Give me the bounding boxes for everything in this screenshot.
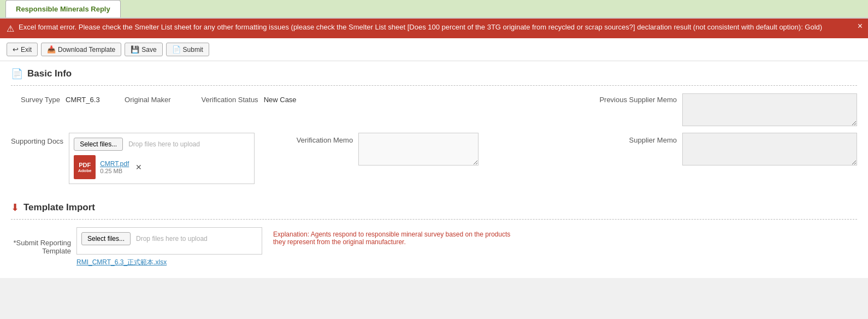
upload-area-inner: Select files... Drop files here to uploa…	[74, 138, 250, 151]
supplier-memo-label: Supplier Memo	[606, 133, 677, 144]
verification-memo-field: Verification Memo	[282, 133, 479, 166]
toolbar: ↩ Exit 📥 Download Template 💾 Save 📄 Subm…	[0, 38, 868, 61]
supporting-docs-upload-area: Select files... Drop files here to uploa…	[69, 133, 255, 184]
basic-info-header: 📄 Basic Info	[11, 68, 857, 82]
submit-button[interactable]: 📄 Submit	[166, 43, 209, 56]
save-label: Save	[141, 46, 156, 54]
download-template-button[interactable]: 📥 Download Template	[41, 43, 121, 56]
exit-button[interactable]: ↩ Exit	[7, 43, 38, 56]
previous-supplier-memo-label: Previous Supplier Memo	[599, 93, 677, 104]
close-error-button[interactable]: ×	[858, 22, 863, 31]
verification-memo-textarea[interactable]	[358, 133, 479, 166]
supplier-memo-textarea[interactable]	[682, 133, 857, 166]
verification-status-label: Verification Status	[187, 93, 258, 104]
template-explanation: Explanation: Agents respond to responsib…	[273, 231, 524, 246]
submit-reporting-label: *Submit Reporting Template	[11, 227, 71, 255]
original-maker-label: Original Maker	[116, 93, 171, 104]
supporting-docs-field: Supporting Docs Select files... Drop fil…	[11, 133, 255, 184]
template-import-header: ⬇ Template Import	[11, 202, 857, 216]
previous-supplier-memo-textarea[interactable]	[682, 93, 857, 126]
template-import-divider	[11, 219, 857, 220]
save-icon: 💾	[131, 45, 139, 54]
tab-bar: Responsible Minerals Reply	[0, 0, 868, 19]
warning-icon: ⚠	[7, 23, 14, 34]
verification-memo-label: Verification Memo	[282, 133, 353, 144]
pdf-icon: PDF Adobe	[74, 155, 96, 179]
drop-hint: Drop files here to upload	[128, 140, 200, 148]
submit-icon: 📄	[172, 45, 181, 54]
template-file-link[interactable]: RMI_CMRT_6.3_正式範本.xlsx	[76, 258, 262, 267]
tab-responsible-minerals-reply[interactable]: Responsible Minerals Reply	[5, 0, 121, 17]
file-info: CMRT.pdf 0.25 MB	[100, 160, 129, 174]
original-maker-field: Original Maker	[116, 93, 171, 104]
tab-label: Responsible Minerals Reply	[16, 5, 110, 13]
basic-info-title: Basic Info	[27, 68, 72, 79]
basic-info-row-2: Supporting Docs Select files... Drop fil…	[11, 133, 857, 184]
template-select-files-label: Select files...	[87, 235, 125, 243]
submit-reporting-upload: Select files... Drop files here to uploa…	[76, 227, 262, 267]
supporting-docs-label: Supporting Docs	[11, 133, 63, 145]
save-button[interactable]: 💾 Save	[125, 43, 162, 56]
download-label: Download Template	[58, 46, 115, 54]
basic-info-divider	[11, 85, 857, 86]
basic-info-icon: 📄	[11, 68, 23, 80]
basic-info-section: 📄 Basic Info Survey Type CMRT_6.3 Origin…	[0, 61, 868, 197]
template-drop-hint: Drop files here to upload	[136, 235, 208, 243]
template-import-section: ⬇ Template Import *Submit Reporting Temp…	[0, 197, 868, 278]
submit-label: Submit	[183, 46, 203, 54]
template-import-icon: ⬇	[11, 202, 19, 214]
template-upload-area: Select files... Drop files here to uploa…	[76, 227, 262, 255]
file-name-link[interactable]: CMRT.pdf	[100, 160, 129, 168]
exit-label: Exit	[21, 46, 32, 54]
submit-reporting-field: *Submit Reporting Template Select files.…	[11, 227, 262, 267]
error-message: Excel format error. Please check the Sme…	[19, 23, 822, 31]
download-icon: 📥	[47, 45, 56, 54]
file-size: 0.25 MB	[100, 168, 129, 174]
select-files-label: Select files...	[80, 140, 117, 148]
template-select-files-button[interactable]: Select files...	[81, 232, 131, 245]
remove-file-button[interactable]: ✕	[135, 163, 142, 172]
error-banner: ⚠ Excel format error. Please check the S…	[0, 19, 868, 38]
template-upload-inner: Select files... Drop files here to uploa…	[81, 232, 257, 245]
previous-supplier-memo-field: Previous Supplier Memo	[599, 93, 857, 126]
verification-status-field: Verification Status New Case	[187, 93, 297, 104]
template-import-row: *Submit Reporting Template Select files.…	[11, 227, 857, 267]
verification-status-value: New Case	[264, 93, 297, 104]
survey-type-value: CMRT_6.3	[66, 93, 100, 104]
basic-info-row-1: Survey Type CMRT_6.3 Original Maker Veri…	[11, 93, 857, 126]
template-import-title: Template Import	[23, 202, 95, 213]
survey-type-label: Survey Type	[11, 93, 60, 104]
survey-type-field: Survey Type CMRT_6.3	[11, 93, 100, 104]
select-files-button[interactable]: Select files...	[74, 138, 123, 151]
exit-icon: ↩	[13, 45, 19, 54]
supplier-memo-field: Supplier Memo	[606, 133, 857, 166]
uploaded-file-row: PDF Adobe CMRT.pdf 0.25 MB ✕	[74, 155, 250, 179]
